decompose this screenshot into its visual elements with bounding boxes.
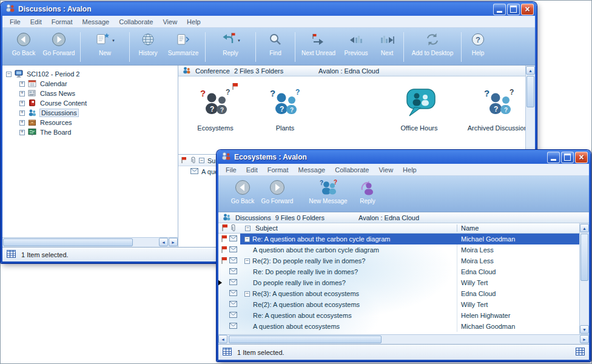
collapse-all-icon[interactable] [199,158,204,163]
collapse-all-icon[interactable] [245,226,251,231]
subject-column-header[interactable]: Subject [255,224,278,232]
reply-button[interactable]: Reply [208,30,253,64]
menu-edit[interactable]: Edit [25,16,47,27]
tree-root-course[interactable]: SCI102 - Period 2 [2,69,178,79]
scroll-up-arrow[interactable]: ▲ [580,224,589,232]
toolbar-separator [80,32,81,62]
menu-view[interactable]: View [158,16,182,27]
menu-message[interactable]: Message [78,16,115,27]
tree-item-calendar[interactable]: Calendar [2,79,178,89]
tree-item-class-news[interactable]: Class News [2,89,178,98]
history-button[interactable]: History [132,30,164,64]
find-button[interactable]: Find [258,30,292,64]
scroll-right-arrow[interactable]: ► [580,335,589,343]
conference-item-office-hours[interactable]: Office Hours [386,87,452,132]
tree-item-course-content[interactable]: Course Content [2,98,178,108]
tree-item-discussions[interactable]: Discussions [2,108,178,118]
conference-item-ecosystems[interactable]: ???? Ecosystems [184,87,247,132]
tree-root-label: SCI102 - Period 2 [27,70,79,78]
maximize-button[interactable] [561,152,574,163]
grid-view-icon[interactable] [223,348,232,357]
expand-icon[interactable] [19,130,25,135]
grid-view-icon[interactable] [7,250,16,259]
previous-button[interactable]: Previous [339,30,373,64]
message-row[interactable]: Re(3): A question about ecosystems Edna … [218,288,579,299]
scrollbar-thumb[interactable] [229,335,382,343]
expand-icon[interactable] [19,101,25,106]
list-vertical-scrollbar[interactable]: ▲ ▼ [579,223,589,334]
menu-file[interactable]: File [221,164,241,175]
next-button[interactable]: Next [373,30,401,64]
message-icon [229,312,237,319]
scrollbar-thumb[interactable] [3,238,133,246]
message-author: Willy Tert [457,277,579,288]
go-back-button[interactable]: Go Back [7,30,40,64]
collapse-thread-icon[interactable] [244,237,250,242]
titlebar[interactable]: Ecosystems : Avalon [218,150,589,164]
scroll-down-arrow[interactable]: ▼ [580,325,589,334]
message-row[interactable]: Do people really live in domes? Willy Te… [218,277,579,288]
list-column-header: Subject Name [218,223,579,234]
collapse-thread-icon[interactable] [244,258,250,264]
menu-help[interactable]: Help [182,16,206,27]
dropdown-arrow-icon[interactable] [237,36,241,43]
message-row[interactable]: Re: A question about the carbon cycle di… [218,234,579,244]
collapse-thread-icon[interactable] [244,291,250,297]
scroll-up-arrow[interactable]: ▲ [526,66,535,75]
expand-icon[interactable] [19,91,25,96]
maximize-button[interactable] [507,4,520,15]
scroll-left-arrow[interactable]: ◄ [159,238,168,246]
conference-item-label: Plants [254,124,317,132]
expand-icon[interactable] [19,81,25,87]
close-button[interactable] [521,4,534,15]
tree-horizontal-scrollbar[interactable]: ◄ ► [2,237,178,247]
go-forward-button[interactable]: Go Forward [258,178,296,211]
name-column-header[interactable]: Name [457,224,579,232]
minimize-button[interactable] [493,4,506,15]
menu-file[interactable]: File [5,16,25,27]
message-row[interactable]: A question about ecosystems Michael Good… [218,321,579,332]
conference-item-plants[interactable]: ???? Plants [254,87,317,132]
tree-item-resources[interactable]: Resources [2,118,178,127]
expand-icon[interactable] [19,110,25,116]
conference-item-label: Office Hours [386,124,452,132]
content-counts: 2 Files 3 Folders [234,67,283,75]
new-message-button[interactable]: ?? New Message [304,178,352,211]
go-forward-button[interactable]: Go Forward [40,30,78,64]
scroll-left-arrow[interactable]: ◄ [218,335,227,343]
dropdown-arrow-icon[interactable] [112,36,115,43]
next-unread-button[interactable]: Next Unread [298,30,339,64]
scroll-right-arrow[interactable]: ► [169,238,178,246]
menu-collaborate[interactable]: Collaborate [330,164,374,175]
expand-icon[interactable] [19,120,25,126]
message-icon [229,323,237,330]
menu-format[interactable]: Format [47,16,78,27]
menu-help[interactable]: Help [398,164,422,175]
message-row[interactable]: Re(2): Do people really live in domes? M… [218,255,579,266]
conference-item-archived-discussions[interactable]: ???? Archived Discussions [463,87,535,132]
list-horizontal-scrollbar[interactable]: ◄ ► [218,334,589,344]
menu-format[interactable]: Format [263,164,294,175]
new-button[interactable]: New [83,30,127,64]
reply-button[interactable]: Reply [352,178,383,211]
go-back-button[interactable]: Go Back [227,178,258,211]
menu-view[interactable]: View [374,164,398,175]
menu-edit[interactable]: Edit [241,164,263,175]
scrollbar-thumb[interactable] [580,234,588,281]
tree-item-the-board[interactable]: The Board [2,127,178,137]
layout-view-icon[interactable] [576,348,585,357]
minimize-button[interactable] [547,152,560,163]
message-row[interactable]: Re(2): A question about ecosystems Willy… [218,299,579,310]
add-to-desktop-button[interactable]: Add to Desktop [406,30,459,64]
close-button[interactable] [575,152,588,163]
menu-collaborate[interactable]: Collaborate [114,16,158,27]
collapse-icon[interactable] [6,72,12,77]
summarize-button[interactable]: Summarize [164,30,203,64]
help-button[interactable]: ? Help [464,30,492,64]
message-row[interactable]: A question about the carbon cycle diagra… [218,244,579,255]
titlebar[interactable]: Discussions : Avalon [2,2,535,16]
scrollbar-thumb[interactable] [526,76,534,107]
message-row[interactable]: Re: A question about ecosystems Helen Hi… [218,310,579,321]
menu-message[interactable]: Message [294,164,331,175]
message-row[interactable]: Re: Do people really live in domes? Edna… [218,266,579,277]
